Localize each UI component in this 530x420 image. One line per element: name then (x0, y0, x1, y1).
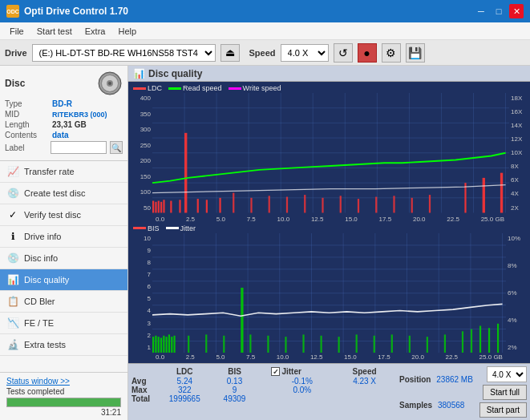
position-samples: Position 23862 MB Samples 380568 (396, 364, 476, 420)
speed-select[interactable]: 4.0 X (281, 44, 329, 62)
sidebar-item-fe-te[interactable]: 📉 FE / TE (0, 313, 127, 334)
status-window-button[interactable]: Status window >> (6, 377, 70, 386)
sidebar-item-drive-info[interactable]: ℹ Drive info (0, 226, 127, 248)
drive-label: Drive (5, 48, 27, 58)
svg-rect-89 (374, 335, 375, 353)
svg-rect-30 (197, 199, 199, 212)
close-button[interactable]: ✕ (509, 4, 524, 18)
top-chart-section: LDC Read speed Write speed (130, 83, 528, 213)
status-completed-text: Tests completed (6, 387, 121, 396)
disc-label-input[interactable] (51, 141, 107, 154)
svg-rect-88 (356, 334, 358, 353)
svg-rect-92 (427, 337, 428, 353)
save-button[interactable]: 💾 (406, 43, 425, 63)
svg-rect-48 (500, 173, 503, 213)
menu-extra[interactable]: Extra (79, 25, 112, 38)
jitter-checkbox-cell[interactable]: ✓ Jitter (268, 366, 336, 377)
start-part-button[interactable]: Start part (479, 402, 527, 418)
svg-rect-25 (158, 201, 160, 213)
window-controls: ─ □ ✕ (474, 4, 524, 18)
menu-file[interactable]: File (3, 25, 30, 38)
disc-section: Disc Type BD-R MID RITEKBR3 (000) Length (0, 66, 127, 161)
eject-button[interactable]: ⏏ (220, 44, 240, 62)
svg-rect-42 (375, 197, 377, 213)
svg-rect-73 (163, 335, 164, 353)
col-bis: BIS (214, 366, 256, 377)
svg-rect-40 (340, 196, 342, 212)
jitter-checkbox[interactable]: ✓ (271, 367, 280, 376)
sidebar-item-create-test-disc[interactable]: 💿 Create test disc (0, 183, 127, 204)
main-area: Disc Type BD-R MID RITEKBR3 (000) Length (0, 66, 530, 420)
svg-rect-36 (269, 196, 270, 212)
menu-help[interactable]: Help (111, 25, 143, 38)
legend-jitter: Jitter (166, 224, 196, 232)
chart-header: 📊 Disc quality (128, 66, 530, 82)
sidebar-item-transfer-rate[interactable]: 📈 Transfer rate (0, 161, 127, 183)
ldc-legend-color (133, 87, 146, 90)
svg-rect-70 (155, 335, 156, 353)
svg-rect-38 (304, 195, 305, 212)
menu-start-test[interactable]: Start test (30, 25, 79, 38)
progress-fill (7, 398, 120, 406)
start-full-button[interactable]: Start full (483, 385, 527, 400)
svg-rect-35 (250, 198, 252, 213)
svg-rect-26 (160, 202, 162, 213)
svg-rect-83 (267, 335, 269, 353)
svg-rect-79 (188, 335, 189, 353)
stats-table-container: LDC BIS ✓ Jitter Speed Avg (128, 364, 396, 420)
max-ldc: 322 (156, 386, 214, 394)
stats-bar: LDC BIS ✓ Jitter Speed Avg (128, 363, 530, 420)
transfer-rate-icon: 📈 (6, 165, 19, 178)
minimize-button[interactable]: ─ (474, 4, 488, 18)
disc-mid-label: MID (5, 110, 49, 119)
drive-select[interactable]: (E:) HL-DT-ST BD-RE WH16NS58 TST4 (32, 44, 216, 62)
svg-rect-44 (411, 198, 413, 213)
settings-button[interactable]: ⚙ (382, 43, 401, 63)
stats-avg-row: Avg 5.24 0.13 -0.1% 4.23 X (131, 377, 393, 386)
title-bar: ODC Opti Drive Control 1.70 ─ □ ✕ (0, 0, 530, 22)
bottom-x-axis: 0.0 2.5 5.0 7.5 10.0 12.5 15.0 17.5 20.0… (130, 353, 528, 361)
fe-te-label: FE / TE (24, 318, 54, 328)
drive-info-icon: ℹ (6, 230, 19, 243)
sidebar-item-extra-tests[interactable]: 🔬 Extra tests (0, 334, 127, 356)
disc-label-button[interactable]: 🔍 (110, 141, 123, 154)
svg-rect-47 (483, 178, 485, 213)
scan-button[interactable]: ● (358, 43, 377, 63)
sidebar-item-verify-test-disc[interactable]: ✓ Verify test disc (0, 204, 127, 226)
stats-header-row: LDC BIS ✓ Jitter Speed (131, 366, 393, 377)
svg-rect-75 (168, 334, 170, 353)
max-label: Max (131, 386, 156, 394)
svg-rect-39 (322, 198, 323, 213)
window-title: Opti Drive Control 1.70 (24, 6, 128, 17)
chart-header-icon: 📊 (133, 68, 145, 79)
bottom-speed-select[interactable]: 4.0 X (487, 366, 527, 382)
svg-rect-85 (302, 334, 304, 353)
sidebar-item-cd-bler[interactable]: 📋 CD Bler (0, 291, 127, 313)
svg-rect-90 (391, 334, 393, 353)
svg-rect-93 (444, 334, 446, 353)
top-chart-inner (152, 93, 509, 213)
status-section: Status window >> Tests completed 31:21 (0, 372, 127, 420)
fe-te-icon: 📉 (6, 317, 19, 329)
disc-info-label: Disc info (24, 253, 58, 263)
disc-type-row: Type BD-R (5, 99, 123, 108)
sidebar-item-disc-info[interactable]: 💿 Disc info (0, 248, 127, 269)
status-time: 31:21 (6, 408, 121, 417)
cd-bler-label: CD Bler (24, 297, 55, 306)
disc-header: Disc (5, 71, 123, 96)
nav-items: 📈 Transfer rate 💿 Create test disc ✓ Ver… (0, 161, 127, 372)
samples-label: Samples (399, 401, 432, 410)
create-test-disc-label: Create test disc (24, 188, 85, 198)
svg-rect-72 (160, 337, 162, 353)
speed-label: Speed (249, 48, 276, 58)
legend-bis: BIS (133, 224, 160, 232)
sidebar-item-disc-quality[interactable]: 📊 Disc quality (0, 269, 127, 291)
svg-rect-95 (471, 329, 472, 353)
maximize-button[interactable]: □ (492, 4, 506, 18)
drive-info-label: Drive info (24, 232, 61, 241)
col-speed: Speed (336, 366, 393, 377)
read-speed-legend-label: Read speed (183, 84, 222, 92)
svg-rect-33 (184, 133, 187, 213)
svg-rect-80 (205, 334, 207, 353)
refresh-button[interactable]: ↺ (334, 43, 353, 63)
